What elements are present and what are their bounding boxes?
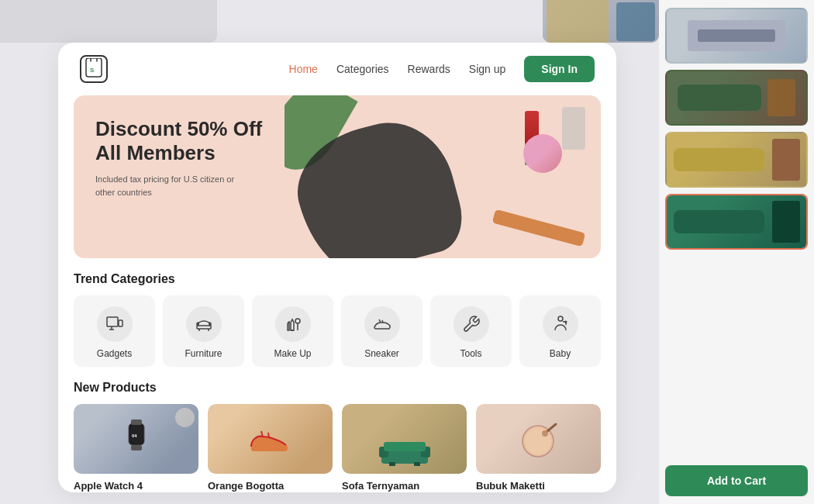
add-to-cart-button[interactable]: Add to Cart — [665, 465, 808, 496]
phone-decoration — [562, 107, 585, 150]
thumbnail-2[interactable] — [665, 70, 808, 126]
baby-icon — [543, 306, 578, 342]
sections: Trend Categories Gadgets — [58, 258, 616, 492]
products-section-title: New Products — [74, 381, 601, 395]
nav: Home Categories Rewards Sign up Sign In — [289, 56, 595, 82]
bubuk-maketti-image — [476, 404, 601, 474]
category-makeup[interactable]: Make Up — [252, 295, 333, 367]
product-sofa[interactable]: Sofa Ternyaman $1.409 — [342, 404, 467, 492]
svg-point-22 — [542, 430, 548, 437]
products-row: 04 Apple Watch 4 $890 — [74, 404, 601, 492]
svg-rect-10 — [131, 419, 142, 425]
orange-bogotta-price: $94.509 — [208, 492, 333, 492]
apple-watch-image: 04 — [74, 404, 198, 474]
bubuk-maketti-name: Bubuk Maketti — [476, 480, 601, 492]
gadgets-icon — [97, 306, 133, 342]
makeup-icon — [275, 306, 311, 342]
apple-watch-name: Apple Watch 4 — [74, 480, 198, 492]
svg-text:04: 04 — [132, 433, 137, 438]
hero-subtitle: Included tax pricing for U.S citizen or … — [95, 173, 235, 198]
product-bubuk-maketti[interactable]: Bubuk Maketti $225 — [476, 404, 601, 492]
right-panel: Add to Cart — [659, 0, 814, 504]
svg-point-7 — [564, 321, 567, 323]
sign-in-button[interactable]: Sign In — [524, 56, 595, 82]
hero-text: Discount 50% Off All Members Included ta… — [95, 117, 262, 198]
furniture-icon — [186, 306, 222, 342]
svg-rect-11 — [131, 445, 142, 450]
bg-decoration — [543, 0, 659, 43]
thumbnail-4[interactable] — [665, 194, 808, 250]
tools-icon — [454, 306, 489, 342]
hero-title-line2: All Members — [95, 141, 262, 165]
svg-rect-17 — [389, 462, 395, 466]
sneaker-icon — [364, 306, 400, 342]
nav-signup[interactable]: Sign up — [469, 63, 505, 75]
nav-rewards[interactable]: Rewards — [408, 63, 450, 75]
svg-text:S: S — [90, 67, 95, 74]
nav-categories[interactable]: Categories — [336, 63, 389, 75]
makeup-decoration — [523, 134, 562, 173]
bg-top-left — [0, 0, 217, 43]
logo: S — [80, 55, 108, 83]
strap-decoration — [492, 209, 586, 247]
svg-rect-2 — [107, 317, 118, 326]
product-orange-bogotta[interactable]: Orange Bogotta $94.509 — [208, 404, 333, 492]
svg-point-5 — [295, 319, 300, 323]
orange-bogotta-image — [208, 404, 333, 474]
hero-decoration — [285, 95, 601, 258]
category-sneaker[interactable]: Sneaker — [341, 295, 423, 367]
categories-row: Gadgets Furniture — [74, 295, 601, 367]
category-gadgets[interactable]: Gadgets — [74, 295, 155, 367]
hero-title-line1: Discount 50% Off — [95, 117, 262, 141]
svg-rect-16 — [384, 442, 426, 451]
apple-watch-price: $890 — [74, 492, 198, 492]
nav-home[interactable]: Home — [289, 63, 318, 75]
logo-icon: S — [80, 55, 108, 83]
furniture-label: Furniture — [185, 348, 222, 359]
category-furniture[interactable]: Furniture — [163, 295, 244, 367]
sofa-image — [342, 404, 467, 474]
svg-line-21 — [547, 424, 556, 432]
orange-bogotta-name: Orange Bogotta — [208, 480, 333, 492]
bubuk-maketti-price: $225 — [476, 492, 601, 492]
svg-point-6 — [558, 316, 563, 321]
svg-rect-3 — [119, 320, 122, 326]
hero-banner: Discount 50% Off All Members Included ta… — [74, 95, 601, 258]
baby-label: Baby — [550, 348, 571, 359]
thumbnail-3[interactable] — [665, 132, 808, 188]
header: S Home Categories Rewards Sign up Sign I… — [58, 43, 616, 95]
svg-rect-4 — [197, 326, 211, 329]
svg-rect-18 — [414, 462, 420, 466]
category-baby[interactable]: Baby — [519, 295, 601, 367]
gadgets-label: Gadgets — [97, 348, 132, 359]
category-tools[interactable]: Tools — [430, 295, 512, 367]
tools-label: Tools — [460, 348, 481, 359]
sofa-price: $1.409 — [342, 492, 467, 492]
makeup-label: Make Up — [274, 348, 311, 359]
sneaker-label: Sneaker — [364, 348, 399, 359]
thumbnail-1[interactable] — [665, 8, 808, 64]
product-apple-watch[interactable]: 04 Apple Watch 4 $890 — [74, 404, 198, 492]
categories-section-title: Trend Categories — [74, 272, 601, 286]
main-card: S Home Categories Rewards Sign up Sign I… — [58, 43, 616, 492]
sofa-name: Sofa Ternyaman — [342, 480, 467, 492]
